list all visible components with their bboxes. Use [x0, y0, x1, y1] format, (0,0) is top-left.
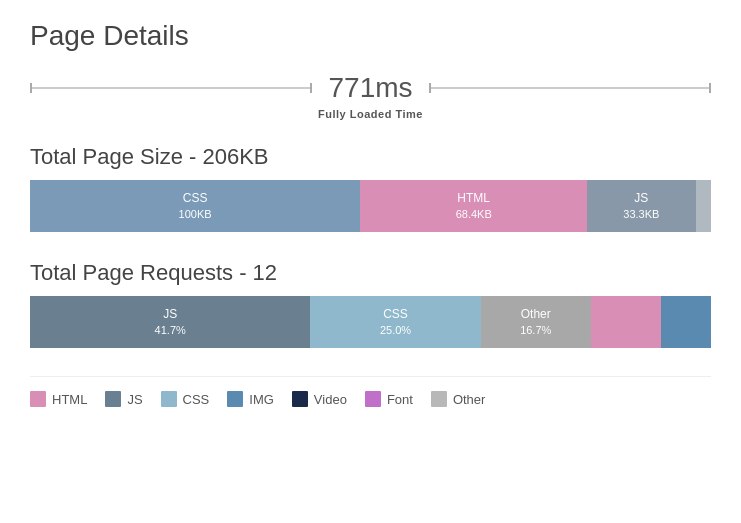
segment-value: 41.7%: [155, 323, 186, 338]
legend-item-img: IMG: [227, 391, 274, 407]
segment-label: JS: [163, 306, 177, 323]
segment-label: CSS: [183, 190, 208, 207]
legend-swatch-img: [227, 391, 243, 407]
bar-segment-req-other: [661, 296, 711, 348]
segment-value: 25.0%: [380, 323, 411, 338]
legend-item-html: HTML: [30, 391, 87, 407]
legend-label-css: CSS: [183, 392, 210, 407]
timeline-line-left: [30, 87, 312, 89]
timeline-bar: 771ms: [30, 72, 711, 104]
loaded-time-label: Fully Loaded Time: [318, 108, 423, 120]
legend-item-js: JS: [105, 391, 142, 407]
legend-swatch-font: [365, 391, 381, 407]
segment-label: JS: [634, 190, 648, 207]
bar-segment-css: CSS100KB: [30, 180, 360, 232]
legend-swatch-css: [161, 391, 177, 407]
legend-item-other: Other: [431, 391, 486, 407]
legend-label-img: IMG: [249, 392, 274, 407]
legend-label-font: Font: [387, 392, 413, 407]
segment-label: Other: [521, 306, 551, 323]
bar-segment-req-css: CSS25.0%: [310, 296, 480, 348]
loaded-time-section: 771ms Fully Loaded Time: [30, 72, 711, 120]
legend-item-css: CSS: [161, 391, 210, 407]
segment-value: 16.7%: [520, 323, 551, 338]
legend-label-html: HTML: [52, 392, 87, 407]
loaded-time-value: 771ms: [312, 72, 428, 104]
page-requests-bar: JS41.7%CSS25.0%Other16.7%: [30, 296, 711, 348]
legend-label-other: Other: [453, 392, 486, 407]
bar-segment-other: [696, 180, 711, 232]
segment-value: 100KB: [179, 207, 212, 222]
segment-value: 33.3KB: [623, 207, 659, 222]
legend-swatch-js: [105, 391, 121, 407]
legend-label-js: JS: [127, 392, 142, 407]
page-requests-title: Total Page Requests - 12: [30, 260, 711, 286]
legend-swatch-video: [292, 391, 308, 407]
segment-label: CSS: [383, 306, 408, 323]
legend-item-font: Font: [365, 391, 413, 407]
page-title: Page Details: [30, 20, 711, 52]
bar-segment-req-other: Other16.7%: [481, 296, 591, 348]
bar-segment-req-js: JS41.7%: [30, 296, 310, 348]
legend-item-video: Video: [292, 391, 347, 407]
legend-swatch-html: [30, 391, 46, 407]
legend-section: HTMLJSCSSIMGVideoFontOther: [30, 376, 711, 407]
page-size-bar: CSS100KBHTML68.4KBJS33.3KB: [30, 180, 711, 232]
timeline-line-right: [429, 87, 711, 89]
legend-label-video: Video: [314, 392, 347, 407]
bar-segment-req-other: [591, 296, 661, 348]
bar-segment-html: HTML68.4KB: [360, 180, 587, 232]
segment-label: HTML: [457, 190, 490, 207]
legend-swatch-other: [431, 391, 447, 407]
segment-value: 68.4KB: [456, 207, 492, 222]
page-size-title: Total Page Size - 206KB: [30, 144, 711, 170]
bar-segment-js: JS33.3KB: [587, 180, 695, 232]
